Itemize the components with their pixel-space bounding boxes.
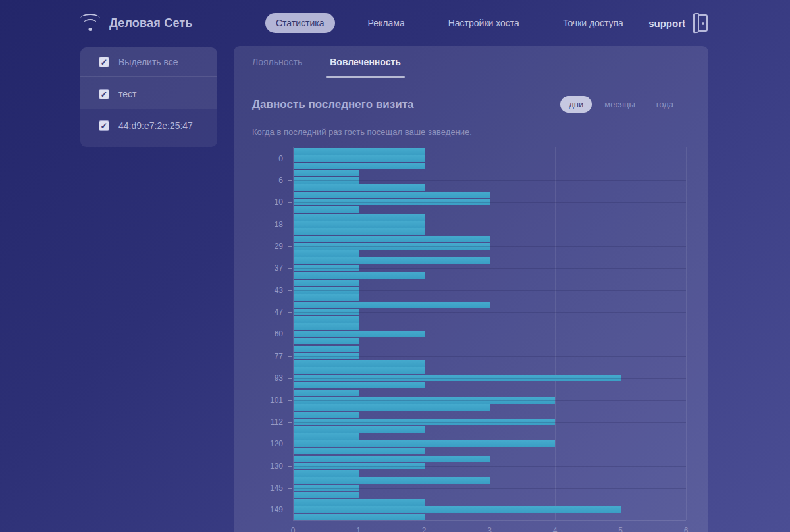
chart-category-row: 112: [294, 411, 686, 433]
chart-bar: [294, 433, 359, 440]
chart-horizontal-gridline: [294, 400, 686, 401]
y-axis-tick-mark: [288, 225, 292, 225]
tab-loyalty[interactable]: Лояльность: [252, 46, 302, 78]
y-axis-tick-label: 112: [255, 417, 283, 427]
chart-category-row: 60: [294, 323, 686, 345]
y-axis-tick-label: 29: [255, 242, 283, 251]
chart-bar: [294, 184, 425, 191]
chart-category-row: 47: [294, 301, 686, 323]
chart-horizontal-gridline: [294, 422, 686, 423]
chart-bar: [294, 448, 425, 454]
chart-bar: [294, 272, 425, 279]
y-axis-tick-mark: [288, 400, 292, 401]
y-axis-tick-mark: [288, 180, 292, 181]
y-axis-tick-label: 47: [255, 307, 283, 317]
chart-bar: [294, 214, 425, 221]
chart-category-row: 77: [294, 345, 686, 367]
chart-bar: [294, 390, 359, 396]
chart-horizontal-gridline: [294, 290, 686, 291]
chart-horizontal-gridline: [294, 159, 686, 159]
chart-bar: [294, 250, 359, 257]
sidebar-top-section: ✓ Выделить все ✓ тест: [80, 47, 217, 109]
tab-engagement[interactable]: Вовлеченность: [330, 46, 401, 78]
toggle-months[interactable]: месяцы: [596, 96, 644, 113]
chart-horizontal-gridline: [294, 444, 686, 444]
chart-category-row: 10: [294, 192, 686, 213]
statistics-panel: Лояльность Вовлеченность Давность послед…: [234, 46, 708, 532]
period-toggle: дни месяцы года: [560, 96, 682, 113]
main-nav: Статистика Реклама Настройки хоста Точки…: [265, 0, 634, 46]
chart-bar: [294, 294, 359, 301]
toggle-years[interactable]: года: [648, 96, 682, 113]
brand-name: Деловая Сеть: [109, 16, 193, 30]
y-axis-tick-mark: [288, 290, 292, 291]
chart-bar: [294, 499, 425, 506]
chart-bar: [294, 412, 359, 418]
y-axis-tick-label: 101: [255, 396, 283, 405]
y-axis-tick-mark: [288, 422, 292, 423]
chart-horizontal-gridline: [294, 334, 686, 334]
chart-horizontal-gridline: [294, 312, 686, 313]
chart-category-row: 43: [294, 279, 686, 301]
y-axis-tick-label: 6: [255, 176, 283, 185]
nav-item-statistics[interactable]: Статистика: [265, 13, 335, 33]
chart-category-row: 120: [294, 433, 686, 455]
chart-plot-area: 06101829374347607793101112120130145149: [293, 147, 686, 521]
chart-bar: [294, 236, 490, 242]
y-axis-tick-label: 145: [255, 483, 283, 492]
nav-item-access-points[interactable]: Точки доступа: [552, 13, 634, 33]
chart-category-row: 18: [294, 213, 686, 235]
sidebar-item-test[interactable]: ✓ тест: [80, 77, 217, 109]
test-label: тест: [118, 89, 136, 99]
y-axis-tick-mark: [288, 466, 292, 467]
chart-category-row: 130: [294, 455, 686, 477]
chart-horizontal-gridline: [294, 268, 686, 269]
chart-category-row: 145: [294, 477, 686, 498]
y-axis-tick-mark: [288, 488, 292, 489]
y-axis-tick-label: 18: [255, 220, 283, 229]
support-label[interactable]: support: [648, 18, 685, 29]
chart-bar: [294, 316, 359, 323]
y-axis-tick-label: 10: [255, 198, 283, 207]
mac-label: 44:d9:e7:2e:25:47: [118, 120, 193, 131]
y-axis-tick-mark: [288, 356, 292, 357]
x-axis-tick-label: 2: [422, 526, 427, 532]
y-axis-tick-mark: [288, 510, 292, 510]
chart-horizontal-gridline: [294, 466, 686, 467]
access-point-sidebar: ✓ Выделить все ✓ тест ✓ 44:d9:e7:2e:25:4…: [80, 47, 217, 147]
y-axis-tick-label: 130: [255, 462, 283, 471]
chart-bar: [294, 367, 425, 374]
mac-checkbox[interactable]: ✓: [99, 120, 109, 131]
nav-item-host-settings[interactable]: Настройки хоста: [438, 13, 530, 33]
support-area[interactable]: support: [648, 0, 708, 46]
sidebar-item-select-all[interactable]: ✓ Выделить все: [80, 47, 217, 77]
x-axis-tick-label: 3: [487, 526, 492, 532]
select-all-checkbox[interactable]: ✓: [99, 57, 109, 67]
chart-horizontal-gridline: [294, 180, 686, 181]
chart-bar: [294, 257, 490, 264]
y-axis-tick-label: 149: [255, 505, 283, 514]
test-checkbox[interactable]: ✓: [99, 89, 109, 99]
chart-horizontal-gridline: [294, 246, 686, 247]
chart-bar: [294, 360, 425, 367]
sidebar-item-mac[interactable]: ✓ 44:d9:e7:2e:25:47: [80, 109, 217, 140]
chart-bar: [294, 323, 359, 330]
chart-category-row: 29: [294, 235, 686, 257]
x-axis-tick-label: 1: [356, 526, 361, 532]
chart-bar: [294, 302, 490, 308]
y-axis-tick-mark: [288, 159, 292, 159]
chart-bar: [294, 280, 359, 286]
page-title: Давность последнего визита: [252, 98, 413, 111]
chart-category-row: 101: [294, 389, 686, 411]
y-axis-tick-label: 37: [255, 263, 283, 273]
toggle-days[interactable]: дни: [560, 96, 592, 113]
chart-bar: [294, 514, 425, 520]
chart-x-axis: 0123456: [293, 526, 686, 532]
chart-bar: [294, 470, 359, 477]
nav-item-ads[interactable]: Реклама: [357, 13, 415, 33]
chart-bar: [294, 206, 359, 213]
chart-bar: [294, 404, 490, 411]
panel-tabs: Лояльность Вовлеченность: [234, 46, 708, 78]
logout-door-icon[interactable]: [693, 14, 708, 32]
y-axis-tick-label: 93: [255, 373, 283, 383]
